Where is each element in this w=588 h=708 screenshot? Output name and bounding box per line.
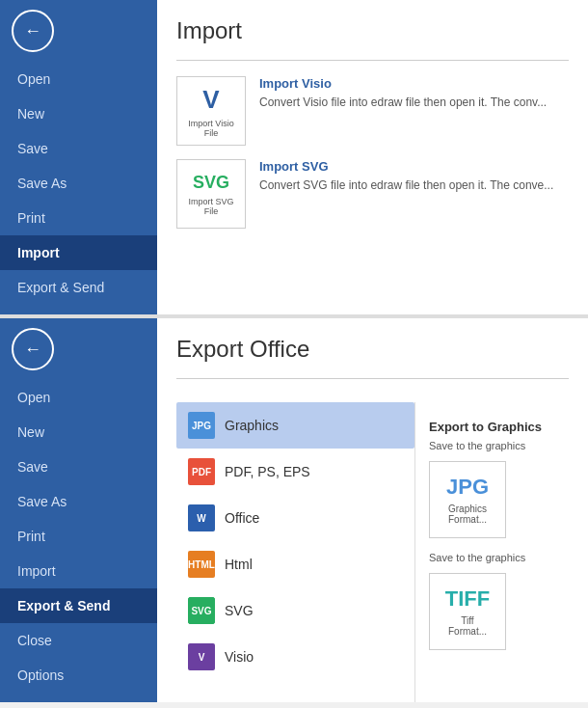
import-svg-icon-box: SVG Import SVGFile: [176, 159, 246, 229]
tiff-format-card[interactable]: TIFF TiffFormat...: [429, 573, 506, 650]
svg-icon: SVG: [193, 173, 229, 193]
export-content: Export Office JPG Graphics PDF PDF, PS, …: [157, 318, 588, 702]
sidebar-item-close-2[interactable]: Close: [0, 623, 157, 658]
jpg-format-card[interactable]: JPG GraphicsFormat...: [429, 461, 506, 538]
export-list-area: JPG Graphics PDF PDF, PS, EPS W Office H…: [157, 402, 414, 702]
tiff-card-label: TiffFormat...: [448, 615, 487, 637]
word-icon: W: [188, 504, 215, 531]
import-main: Import V Import VisioFile Import Visio C…: [157, 0, 588, 314]
export-title-area: Export Office: [157, 318, 588, 402]
export-label-svg: SVG: [225, 603, 254, 618]
sidebar-item-import-1[interactable]: Import: [0, 235, 157, 270]
tiff-card-icon: TIFF: [445, 586, 490, 612]
export-item-pdf[interactable]: PDF PDF, PS, EPS: [176, 449, 414, 495]
export-label-office: Office: [225, 510, 259, 526]
sidebar-item-new-1[interactable]: New: [0, 96, 157, 131]
export-title: Export Office: [176, 336, 569, 363]
export-label-html: Html: [225, 557, 253, 572]
export-item-svg[interactable]: SVG SVG: [176, 587, 414, 634]
export-item-html[interactable]: HTML Html: [176, 541, 414, 587]
pdf-icon: PDF: [188, 458, 215, 485]
sidebar-item-exportandsend-1[interactable]: Export & Send: [0, 270, 157, 305]
right-panel-desc1: Save to the graphics: [429, 440, 575, 451]
sidebar-item-exportandsend-2[interactable]: Export & Send: [0, 588, 157, 623]
sidebar-item-options-2[interactable]: Options: [0, 658, 157, 693]
import-svg-desc: Convert SVG file into edraw file then op…: [259, 177, 553, 194]
sidebar-item-print-2[interactable]: Print: [0, 519, 157, 554]
visio-icon-label: Import VisioFile: [188, 119, 233, 138]
export-label-visio: Visio: [225, 649, 254, 665]
html-icon: HTML: [188, 551, 215, 578]
import-svg-text: Import SVG Convert SVG file into edraw f…: [259, 159, 553, 194]
jpg-card-icon: JPG: [446, 475, 489, 500]
jpg-icon: JPG: [188, 412, 215, 439]
visio-list-icon: V: [188, 643, 215, 670]
right-panel-desc2: Save to the graphics: [429, 552, 575, 563]
import-visio-icon-box: V Import VisioFile: [176, 76, 246, 146]
divider-2: [176, 378, 569, 379]
sidebar-item-saveas-1[interactable]: Save As: [0, 166, 157, 201]
sidebar-item-new-2[interactable]: New: [0, 415, 157, 449]
sidebar-item-print-1[interactable]: Print: [0, 201, 157, 235]
panel-import: ← Open New Save Save As Print Import Exp…: [0, 0, 588, 318]
sidebar-item-open-1[interactable]: Open: [0, 62, 157, 96]
export-item-office[interactable]: W Office: [176, 495, 414, 541]
import-svg-item[interactable]: SVG Import SVGFile Import SVG Convert SV…: [176, 159, 569, 229]
right-panel-title: Export to Graphics: [429, 420, 575, 434]
export-label-pdf: PDF, PS, EPS: [225, 464, 310, 479]
export-item-graphics[interactable]: JPG Graphics: [176, 402, 414, 449]
visio-icon: V: [202, 85, 219, 115]
sidebar-item-open-2[interactable]: Open: [0, 380, 157, 415]
import-visio-text: Import Visio Convert Visio file into edr…: [259, 76, 547, 111]
import-title: Import: [176, 17, 569, 44]
sidebar-item-save-1[interactable]: Save: [0, 131, 157, 166]
import-svg-title: Import SVG: [259, 159, 553, 174]
svg-list-icon: SVG: [188, 597, 215, 624]
svg-icon-label: Import SVGFile: [188, 197, 233, 216]
export-bottom: JPG Graphics PDF PDF, PS, EPS W Office H…: [157, 402, 588, 702]
back-button-1[interactable]: ←: [12, 10, 54, 52]
jpg-card-label: GraphicsFormat...: [448, 504, 487, 525]
sidebar-item-import-2[interactable]: Import: [0, 554, 157, 588]
import-visio-item[interactable]: V Import VisioFile Import Visio Convert …: [176, 76, 569, 146]
export-label-graphics: Graphics: [225, 418, 279, 433]
sidebar-item-saveas-2[interactable]: Save As: [0, 484, 157, 519]
panel-export: ← Open New Save Save As Print Import Exp…: [0, 318, 588, 702]
divider-1: [176, 60, 569, 61]
import-visio-desc: Convert Visio file into edraw file then …: [259, 95, 547, 111]
sidebar-export: ← Open New Save Save As Print Import Exp…: [0, 318, 157, 702]
import-visio-title: Import Visio: [259, 76, 547, 91]
export-item-visio[interactable]: V Visio: [176, 634, 414, 680]
sidebar-import: ← Open New Save Save As Print Import Exp…: [0, 0, 157, 314]
right-panel-graphics: Export to Graphics Save to the graphics …: [414, 402, 588, 702]
back-button-2[interactable]: ←: [12, 328, 54, 370]
sidebar-item-save-2[interactable]: Save: [0, 449, 157, 484]
